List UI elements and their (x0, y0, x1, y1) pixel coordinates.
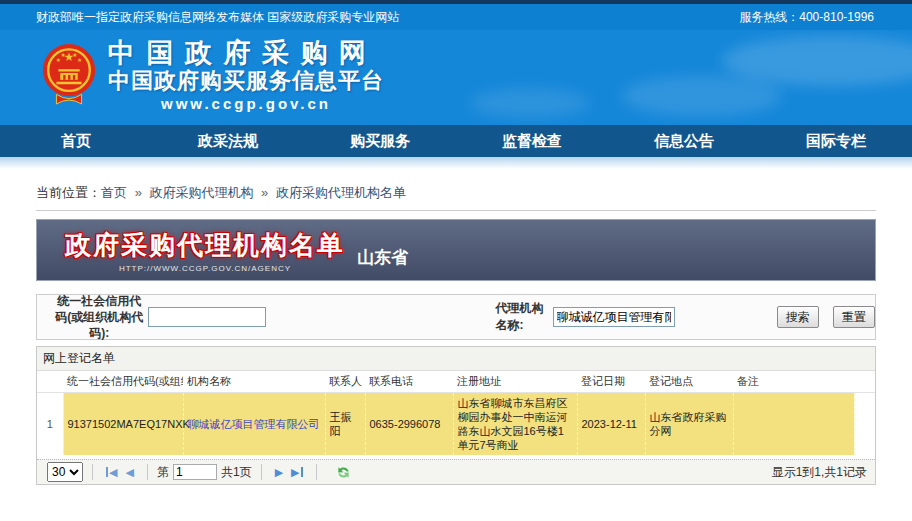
breadcrumb: 当前位置：首页 » 政府采购代理机构 » 政府采购代理机构名单 (36, 184, 876, 202)
page: 财政部唯一指定政府采购信息网络发布媒体 国家级政府采购专业网站 服务热线：400… (0, 0, 912, 521)
page-number-input[interactable] (173, 464, 217, 480)
breadcrumb-prefix: 当前位置： (36, 185, 101, 200)
cell-trailing (854, 393, 875, 456)
agency-name-label: 代理机构名称: (496, 300, 547, 334)
cell-reg-place: 山东省政府采购分网 (645, 393, 733, 456)
cloud-decoration (722, 36, 912, 86)
nav-item-international[interactable]: 国际专栏 (760, 125, 912, 157)
cell-contact: 王振阳 (325, 393, 365, 456)
search-button[interactable]: 搜索 (777, 306, 819, 328)
national-emblem-icon: ★ ★ ★ ★ ★ (40, 40, 98, 112)
record-summary: 显示1到1,共1记录 (772, 464, 867, 481)
nav-fade-strip (0, 157, 912, 169)
reset-button[interactable]: 重置 (833, 306, 875, 328)
svg-text:★: ★ (61, 52, 66, 58)
pager-divider (316, 464, 317, 480)
topbar-slogan: 财政部唯一指定政府采购信息网络发布媒体 国家级政府采购专业网站 (36, 9, 399, 26)
banner-url-caption: HTTP://WWW.CCGP.GOV.CN/AGENCY (65, 264, 345, 273)
cell-reg-date: 2023-12-11 (577, 393, 645, 456)
results-table: 统一社会信用代码(或组织 机构名称 联系人 联系电话 注册地址 登记日期 登记地… (37, 371, 875, 455)
breadcrumb-separator: » (135, 185, 142, 200)
col-contact: 联系人 (325, 371, 365, 393)
page-banner: 政府采购代理机构名单 HTTP://WWW.CCGP.GOV.CN/AGENCY… (36, 219, 876, 281)
svg-text:★: ★ (77, 57, 82, 63)
cell-credit-code: 91371502MA7EQ17NXK (63, 393, 183, 456)
refresh-icon[interactable] (336, 465, 351, 480)
nav-item-purchase-service[interactable]: 购买服务 (304, 125, 456, 157)
cell-index: 1 (37, 393, 63, 456)
credit-code-label: 统一社会信用代码(或组织机构代码): (55, 293, 144, 342)
col-address: 注册地址 (453, 371, 577, 393)
main-nav: 首页 政采法规 购买服务 监督检查 信息公告 国际专栏 (0, 125, 912, 157)
prev-page-button[interactable]: ◀ (125, 466, 133, 479)
site-header: ★ ★ ★ ★ ★ 中 国 政 府 采 购 网 中国政府购买服务信息平台 (0, 30, 912, 125)
first-page-button[interactable]: ◀ (106, 466, 117, 479)
site-logo[interactable]: ★ ★ ★ ★ ★ 中 国 政 府 采 购 网 中国政府购买服务信息平台 (40, 38, 384, 114)
page-prefix-label: 第 (157, 464, 169, 481)
site-title: 中 国 政 府 采 购 网 (108, 38, 384, 68)
table-header-row: 统一社会信用代码(或组织 机构名称 联系人 联系电话 注册地址 登记日期 登记地… (37, 371, 875, 393)
col-index (37, 371, 63, 393)
agency-link[interactable]: 聊城诚亿项目管理有限公司 (188, 418, 320, 430)
site-url: www.ccgp.gov.cn (108, 94, 384, 114)
results-box: 网上登记名单 统一社会信用代码(或组织 机构名称 联系人 联系电话 注册地址 登… (36, 346, 876, 485)
col-reg-place: 登记地点 (645, 371, 733, 393)
cloud-decoration (622, 76, 782, 116)
page-total-label: 共1页 (221, 464, 252, 481)
brand-text: 中 国 政 府 采 购 网 中国政府购买服务信息平台 www.ccgp.gov.… (108, 38, 384, 114)
nav-item-announcements[interactable]: 信息公告 (608, 125, 760, 157)
pager-divider (147, 464, 148, 480)
pagination-bar: 30 ◀ ◀ 第 共1页 ▶ ▶ 显示1到1,共1记录 (37, 459, 875, 484)
pager-divider (92, 464, 93, 480)
topbar: 财政部唯一指定政府采购信息网络发布媒体 国家级政府采购专业网站 服务热线：400… (0, 4, 912, 30)
col-reg-date: 登记日期 (577, 371, 645, 393)
cell-address: 山东省聊城市东昌府区柳园办事处一中南运河路东山水文园16号楼1单元7号商业 (453, 393, 577, 456)
banner-title-block: 政府采购代理机构名单 HTTP://WWW.CCGP.GOV.CN/AGENCY (65, 228, 345, 273)
page-size-select[interactable]: 30 (47, 462, 83, 482)
pager-divider (261, 464, 262, 480)
nav-item-supervision[interactable]: 监督检查 (456, 125, 608, 157)
col-phone: 联系电话 (365, 371, 453, 393)
table-row: 1 91371502MA7EQ17NXK 聊城诚亿项目管理有限公司 王振阳 06… (37, 393, 875, 456)
cloud-decoration (470, 88, 590, 118)
last-page-button[interactable]: ▶ (291, 466, 302, 479)
hotline-text: 服务热线：400-810-1996 (739, 9, 874, 26)
credit-code-input[interactable] (148, 307, 266, 327)
divider (36, 210, 876, 211)
site-subtitle: 中国政府购买服务信息平台 (108, 68, 384, 94)
breadcrumb-separator: » (261, 185, 268, 200)
svg-text:★: ★ (56, 57, 61, 63)
breadcrumb-home[interactable]: 首页 (101, 185, 127, 200)
cell-remark (733, 393, 854, 456)
col-agency-name: 机构名称 (183, 371, 325, 393)
col-credit-code: 统一社会信用代码(或组织 (63, 371, 183, 393)
cell-phone: 0635-2996078 (365, 393, 453, 456)
section-title: 网上登记名单 (37, 347, 875, 371)
nav-item-home[interactable]: 首页 (0, 125, 152, 157)
search-panel: 统一社会信用代码(或组织机构代码): 代理机构名称: 搜索 重置 (36, 294, 876, 340)
col-trailing (854, 371, 875, 393)
agency-name-input[interactable] (553, 307, 675, 327)
banner-province: 山东省 (357, 246, 408, 269)
breadcrumb-agency-list[interactable]: 政府采购代理机构名单 (276, 185, 406, 200)
banner-title: 政府采购代理机构名单 (65, 228, 345, 263)
nav-item-regulations[interactable]: 政采法规 (152, 125, 304, 157)
col-remark: 备注 (733, 371, 854, 393)
next-page-button[interactable]: ▶ (275, 466, 283, 479)
breadcrumb-agencies[interactable]: 政府采购代理机构 (149, 185, 253, 200)
